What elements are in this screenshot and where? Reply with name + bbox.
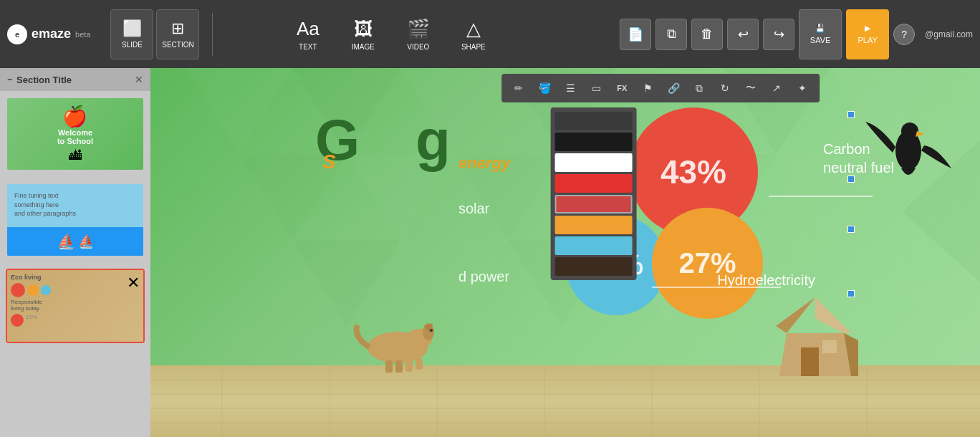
color-swatch-black[interactable]: [555, 133, 633, 151]
color-swatch-dark-brown[interactable]: [555, 257, 633, 276]
svg-rect-37: [415, 358, 423, 370]
toolbar-separator-1: [212, 13, 213, 56]
duplicate-icon: ⧉: [667, 27, 676, 42]
play-button[interactable]: ▶ PLAY: [846, 9, 889, 59]
shape-icon: △: [466, 18, 481, 40]
canvas-area[interactable]: ✏ 🪣 ☰ ▭ FX ⚑ 🔗 ⧉ ↻ 〜 ↗ ✦: [150, 68, 980, 437]
video-icon: 🎬: [407, 18, 430, 40]
svg-marker-44: [815, 297, 851, 333]
video-tool-button[interactable]: 🎬 VIDEO: [395, 9, 441, 59]
text-icon: Aa: [297, 18, 320, 40]
magic-tool[interactable]: ✦: [792, 78, 812, 98]
color-swatch-orange[interactable]: [555, 216, 633, 234]
logo-area: e emaze beta: [7, 24, 90, 44]
svg-point-38: [430, 329, 433, 332]
copy-tool[interactable]: ⧉: [689, 78, 709, 98]
undo-button[interactable]: ↩: [727, 19, 759, 50]
slide-1-text: Welcometo School: [57, 128, 93, 145]
selection-handle-2[interactable]: [847, 176, 855, 183]
svg-rect-35: [395, 360, 403, 373]
fx-tool[interactable]: FX: [612, 78, 632, 98]
rotate-cw-tool[interactable]: ↻: [715, 78, 735, 98]
play-icon: ▶: [865, 24, 870, 33]
color-swatch-light-blue[interactable]: [555, 236, 633, 255]
solar-label: solar: [458, 201, 489, 217]
link-tool[interactable]: 🔗: [663, 78, 683, 98]
eagle-svg: [865, 104, 951, 190]
sidebar: − Section Title ✕ 🍎 Welcometo School 🏙 F…: [0, 68, 150, 437]
text-label: TEXT: [299, 43, 317, 51]
shape-label: SHAPE: [461, 43, 486, 51]
paintbucket-tool[interactable]: 🪣: [534, 78, 554, 98]
selection-handle-3[interactable]: [847, 226, 855, 233]
list-tool[interactable]: ☰: [560, 78, 580, 98]
save-label: SAVE: [810, 36, 831, 44]
help-button[interactable]: ?: [893, 24, 915, 45]
canvas-title-suffix: g: [415, 107, 451, 173]
shape-tool-button[interactable]: △ SHAPE: [450, 9, 496, 59]
svg-marker-43: [776, 297, 815, 333]
slide-section-group: ⬜ SLIDE ⊞ SECTION: [110, 9, 199, 59]
slide-button[interactable]: ⬜ SLIDE: [110, 9, 153, 59]
svg-rect-47: [822, 340, 837, 353]
redo-icon: ↪: [774, 27, 784, 42]
delete-button[interactable]: 🗑: [691, 19, 723, 50]
energy-label: energy: [458, 154, 510, 173]
sidebar-close-icon[interactable]: ✕: [135, 74, 143, 85]
format-toolbar: ✏ 🪣 ☰ ▭ FX ⚑ 🔗 ⧉ ↻ 〜 ↗ ✦: [501, 74, 820, 102]
wave-tool[interactable]: 〜: [741, 78, 761, 98]
slide-preview-2: Fine tuning textsomething hereand other …: [7, 184, 143, 256]
rectangle-tool[interactable]: ▭: [586, 78, 606, 98]
text-tool-button[interactable]: Aa TEXT: [284, 9, 331, 59]
logo-icon: e: [7, 24, 27, 44]
canvas-subtitle[interactable]: S: [322, 150, 336, 173]
save-button[interactable]: 💾 SAVE: [799, 9, 842, 59]
save-icon: 💾: [815, 24, 825, 33]
center-tools: Aa TEXT 🖼 IMAGE 🎬 VIDEO △ SHAPE: [284, 9, 496, 59]
section-title-label: Section Title: [16, 75, 72, 85]
svg-marker-41: [916, 131, 924, 137]
new-doc-icon: 📄: [628, 27, 643, 42]
slide-thumbnail-1[interactable]: 🍎 Welcometo School 🏙: [6, 97, 145, 171]
dog-figure: [351, 297, 444, 373]
flag-tool[interactable]: ⚑: [638, 78, 658, 98]
dog-svg: [351, 297, 444, 373]
trash-icon: 🗑: [701, 27, 714, 42]
section-icon: ⊞: [171, 19, 184, 38]
house-figure: [765, 290, 865, 376]
color-picker-dropdown[interactable]: [551, 107, 637, 280]
arrow-tool[interactable]: ↗: [767, 78, 787, 98]
slide-thumbnail-3[interactable]: Eco living Responsibleliving today 15% ✕: [6, 269, 145, 343]
section-button[interactable]: ⊞ SECTION: [156, 9, 199, 59]
color-swatch-white[interactable]: [555, 153, 633, 172]
duplicate-button[interactable]: ⧉: [655, 19, 687, 50]
svg-marker-0: [186, 68, 293, 154]
svg-point-40: [901, 123, 918, 140]
video-label: VIDEO: [407, 43, 429, 51]
line-43: [769, 196, 873, 197]
color-swatch-hover-red[interactable]: [555, 195, 633, 213]
undo-icon: ↩: [738, 27, 749, 42]
image-tool-button[interactable]: 🖼 IMAGE: [340, 9, 386, 59]
slide-preview-3: Eco living Responsibleliving today 15% ✕: [7, 270, 143, 342]
house-svg: [765, 290, 865, 376]
right-tools: 📄 ⧉ 🗑 ↩ ↪ 💾 SAVE ▶ PLAY ? @gmail.com: [620, 9, 973, 59]
color-swatch-red[interactable]: [555, 174, 633, 193]
slide-icon: ⬜: [123, 19, 142, 38]
slide-thumbnail-2[interactable]: Fine tuning textsomething hereand other …: [6, 183, 145, 257]
collapse-icon[interactable]: −: [7, 75, 12, 85]
wind-label: d power: [458, 269, 509, 285]
section-label: SECTION: [162, 41, 193, 49]
color-swatch-dark-gray[interactable]: [555, 112, 633, 130]
presentation-canvas: ✏ 🪣 ☰ ▭ FX ⚑ 🔗 ⧉ ↻ 〜 ↗ ✦: [150, 68, 980, 437]
circle-27: 27%: [652, 208, 763, 319]
pencil-tool[interactable]: ✏: [509, 78, 529, 98]
topbar: e emaze beta ⬜ SLIDE ⊞ SECTION Aa TEXT 🖼…: [0, 0, 980, 68]
image-label: IMAGE: [352, 43, 375, 51]
selection-handle-1[interactable]: [847, 111, 855, 118]
slide-preview-1: 🍎 Welcometo School 🏙: [7, 98, 143, 170]
main-area: − Section Title ✕ 🍎 Welcometo School 🏙 F…: [0, 68, 980, 437]
new-doc-button[interactable]: 📄: [620, 19, 651, 50]
slide-label: SLIDE: [122, 41, 143, 49]
redo-button[interactable]: ↪: [763, 19, 794, 50]
